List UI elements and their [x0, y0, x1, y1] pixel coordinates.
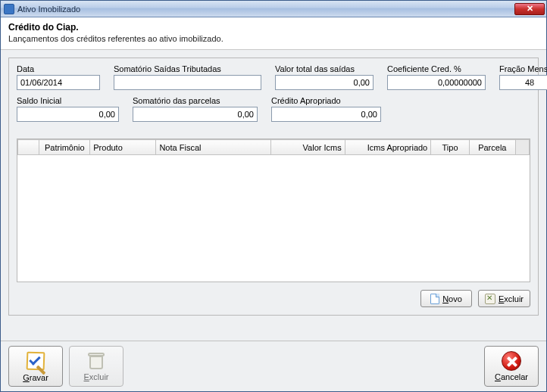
col-nota-fiscal[interactable]: Nota Fiscal: [156, 140, 271, 155]
col-valor-icms[interactable]: Valor Icms: [271, 140, 345, 155]
col-selector[interactable]: [18, 140, 39, 155]
input-coeficiente-cred[interactable]: [387, 75, 486, 90]
save-icon: [25, 350, 46, 372]
label-fracao-mensal: Fração Mensal: [499, 64, 547, 73]
bottom-toolbar: Gravar Excluir Cancelar: [1, 341, 546, 391]
excluir-row-button[interactable]: Excluir: [478, 290, 530, 307]
field-saldo-inicial: Saldo Inicial: [17, 96, 119, 122]
content-area: Data Somatório Saídas Tributadas Valor t…: [1, 50, 546, 341]
label-data: Data: [17, 64, 100, 73]
cancel-icon: [502, 351, 521, 371]
input-somatorio-parcelas[interactable]: [133, 107, 258, 122]
window: Ativo Imobilizado ✕ Crédito do Ciap. Lan…: [0, 0, 547, 392]
field-data: Data: [17, 64, 100, 90]
novo-underline: N: [442, 294, 449, 303]
label-valor-total-saidas: Valor total das saídas: [275, 64, 374, 73]
field-fracao-mensal: Fração Mensal: [499, 64, 547, 90]
form-row-2: Saldo Inicial Somatório das parcelas Cré…: [17, 96, 530, 122]
header-panel: Crédito do Ciap. Lançamentos dos crédito…: [1, 17, 546, 50]
page-subtitle: Lançamentos dos créditos referentes ao a…: [8, 34, 539, 43]
excluir-row-rest: xcluir: [504, 294, 524, 303]
grid[interactable]: Patrimônio Produto Nota Fiscal Valor Icm…: [17, 138, 530, 282]
form-row-1: Data Somatório Saídas Tributadas Valor t…: [17, 64, 530, 90]
input-valor-total-saidas[interactable]: [275, 75, 374, 90]
trash-icon: [86, 351, 106, 371]
close-button[interactable]: ✕: [514, 3, 545, 15]
field-coeficiente-cred: Coeficiente Cred. %: [387, 64, 486, 90]
col-icms-apropriado[interactable]: Icms Apropriado: [345, 140, 431, 155]
cancelar-button[interactable]: Cancelar: [484, 346, 539, 387]
excluir-button: Excluir: [69, 346, 123, 387]
delete-row-icon: [485, 294, 495, 304]
label-somatorio-saidas-tributadas: Somatório Saídas Tributadas: [114, 64, 261, 73]
file-icon: [430, 294, 439, 304]
label-coeficiente-cred: Coeficiente Cred. %: [387, 64, 486, 73]
input-saldo-inicial[interactable]: [17, 107, 119, 122]
input-data[interactable]: [17, 75, 100, 90]
col-patrimonio[interactable]: Patrimônio: [39, 140, 90, 155]
col-tipo[interactable]: Tipo: [431, 140, 470, 155]
label-somatorio-parcelas: Somatório das parcelas: [133, 96, 258, 105]
page-title: Crédito do Ciap.: [8, 22, 539, 33]
novo-rest: ovo: [449, 294, 462, 303]
label-saldo-inicial: Saldo Inicial: [17, 96, 119, 105]
grid-table: Patrimônio Produto Nota Fiscal Valor Icm…: [17, 139, 530, 155]
col-scroll-gutter: [515, 140, 529, 155]
close-icon: ✕: [527, 4, 533, 14]
toolbar-spacer: [130, 346, 478, 387]
input-fracao-mensal[interactable]: [499, 75, 547, 90]
grid-buttons: Novo Excluir: [17, 290, 530, 307]
app-icon: [4, 4, 14, 14]
field-valor-total-saidas: Valor total das saídas: [275, 64, 374, 90]
input-credito-apropriado[interactable]: [271, 107, 381, 122]
field-somatorio-saidas-tributadas: Somatório Saídas Tributadas: [114, 64, 261, 90]
titlebar: Ativo Imobilizado ✕: [1, 1, 546, 17]
novo-button[interactable]: Novo: [420, 290, 472, 307]
col-parcela[interactable]: Parcela: [469, 140, 515, 155]
field-somatorio-parcelas: Somatório das parcelas: [133, 96, 258, 122]
field-credito-apropriado: Crédito Apropriado: [271, 96, 381, 122]
gravar-button[interactable]: Gravar: [8, 346, 63, 387]
label-credito-apropriado: Crédito Apropriado: [271, 96, 381, 105]
form-box: Data Somatório Saídas Tributadas Valor t…: [8, 58, 539, 316]
col-produto[interactable]: Produto: [90, 140, 156, 155]
input-somatorio-saidas-tributadas[interactable]: [114, 75, 261, 90]
window-title: Ativo Imobilizado: [17, 5, 514, 14]
